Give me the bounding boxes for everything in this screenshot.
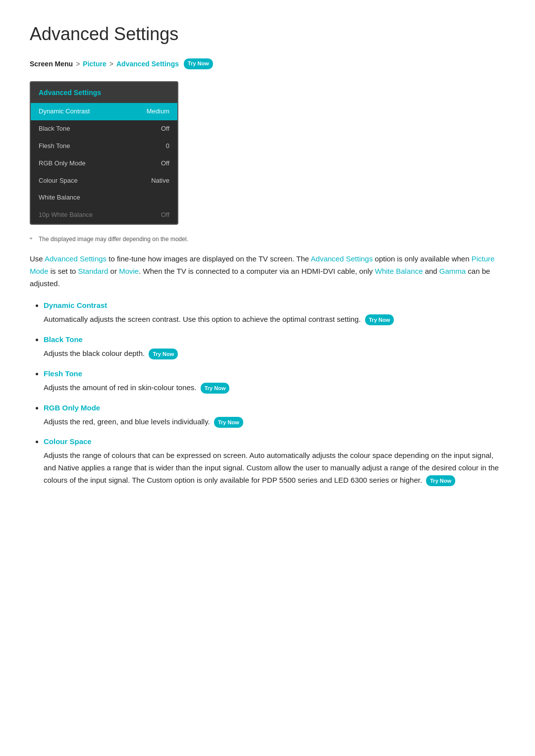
intro-link-movie[interactable]: Movie: [119, 267, 139, 275]
list-item-rgb-only-mode: RGB Only Mode Adjusts the red, green, an…: [44, 402, 505, 428]
menu-value-rgb-only-mode: Off: [161, 158, 169, 169]
sections-list: Dynamic Contrast Automatically adjusts t…: [30, 300, 505, 486]
breadcrumb-screen-menu: Screen Menu: [30, 58, 73, 69]
section-title-dynamic-contrast[interactable]: Dynamic Contrast: [44, 301, 107, 309]
colour-space-custom-1[interactable]: Custom: [246, 463, 272, 472]
menu-row-flesh-tone[interactable]: Flesh Tone 0: [31, 138, 177, 155]
intro-link-advanced-settings-2[interactable]: Advanced Settings: [311, 254, 373, 263]
section-title-flesh-tone[interactable]: Flesh Tone: [44, 369, 82, 378]
section-title-black-tone[interactable]: Black Tone: [44, 335, 83, 344]
page-title: Advanced Settings: [30, 20, 505, 49]
breadcrumb-sep1: >: [76, 58, 80, 69]
menu-value-10p-white-balance: Off: [161, 210, 169, 220]
menu-value-flesh-tone: 0: [166, 141, 169, 151]
colour-space-auto[interactable]: Auto: [249, 451, 265, 459]
try-now-rgb-only-mode[interactable]: Try Now: [214, 417, 243, 428]
menu-panel-title: Advanced Settings: [31, 82, 177, 103]
list-item-colour-space: Colour Space Adjusts the range of colour…: [44, 436, 505, 486]
intro-link-standard[interactable]: Standard: [78, 267, 108, 275]
section-desc-black-tone: Adjusts the black colour depth. Try Now: [44, 348, 505, 360]
menu-value-colour-space: Native: [151, 176, 169, 186]
list-item-dynamic-contrast: Dynamic Contrast Automatically adjusts t…: [44, 300, 505, 326]
menu-row-rgb-only-mode[interactable]: RGB Only Mode Off: [31, 155, 177, 172]
menu-label-10p-white-balance: 10p White Balance: [39, 210, 93, 220]
menu-label-colour-space: Colour Space: [39, 176, 78, 186]
menu-label-black-tone: Black Tone: [39, 124, 70, 134]
breadcrumb-advanced-settings[interactable]: Advanced Settings: [116, 58, 179, 69]
intro-link-white-balance[interactable]: White Balance: [375, 267, 423, 275]
try-now-flesh-tone[interactable]: Try Now: [201, 383, 230, 394]
colour-space-native[interactable]: Native: [58, 463, 79, 472]
advanced-settings-menu: Advanced Settings Dynamic Contrast Mediu…: [30, 81, 178, 225]
section-desc-flesh-tone: Adjusts the amount of red in skin-colour…: [44, 382, 505, 394]
menu-value-black-tone: Off: [161, 124, 169, 134]
try-now-dynamic-contrast[interactable]: Try Now: [365, 314, 394, 325]
list-item-black-tone: Black Tone Adjusts the black colour dept…: [44, 334, 505, 360]
intro-link-gamma[interactable]: Gamma: [439, 267, 466, 275]
section-desc-dynamic-contrast: Automatically adjusts the screen contras…: [44, 313, 505, 326]
menu-label-dynamic-contrast: Dynamic Contrast: [39, 106, 90, 117]
footnote: The displayed image may differ depending…: [30, 235, 505, 244]
menu-label-rgb-only-mode: RGB Only Mode: [39, 158, 86, 169]
menu-label-flesh-tone: Flesh Tone: [39, 141, 70, 151]
breadcrumb-sep2: >: [109, 58, 113, 69]
colour-space-custom-2[interactable]: Custom: [147, 476, 172, 484]
section-desc-colour-space: Adjusts the range of colours that can be…: [44, 450, 505, 486]
intro-text: Use Advanced Settings to fine-tune how i…: [30, 253, 505, 290]
menu-value-dynamic-contrast: Medium: [147, 106, 169, 117]
menu-row-white-balance[interactable]: White Balance: [31, 189, 177, 206]
list-item-flesh-tone: Flesh Tone Adjusts the amount of red in …: [44, 368, 505, 394]
breadcrumb-try-now[interactable]: Try Now: [184, 58, 213, 69]
menu-row-black-tone[interactable]: Black Tone Off: [31, 120, 177, 138]
section-title-colour-space[interactable]: Colour Space: [44, 437, 92, 446]
menu-row-dynamic-contrast[interactable]: Dynamic Contrast Medium: [31, 103, 177, 120]
breadcrumb-picture[interactable]: Picture: [83, 58, 106, 69]
breadcrumb: Screen Menu > Picture > Advanced Setting…: [30, 58, 505, 69]
try-now-colour-space[interactable]: Try Now: [426, 475, 455, 486]
try-now-black-tone[interactable]: Try Now: [149, 349, 178, 359]
section-title-rgb-only-mode[interactable]: RGB Only Mode: [44, 403, 100, 412]
section-desc-rgb-only-mode: Adjusts the red, green, and blue levels …: [44, 416, 505, 428]
menu-row-10p-white-balance[interactable]: 10p White Balance Off: [31, 206, 177, 224]
intro-link-advanced-settings-1[interactable]: Advanced Settings: [45, 254, 107, 263]
menu-row-colour-space[interactable]: Colour Space Native: [31, 172, 177, 190]
menu-label-white-balance: White Balance: [39, 193, 80, 203]
